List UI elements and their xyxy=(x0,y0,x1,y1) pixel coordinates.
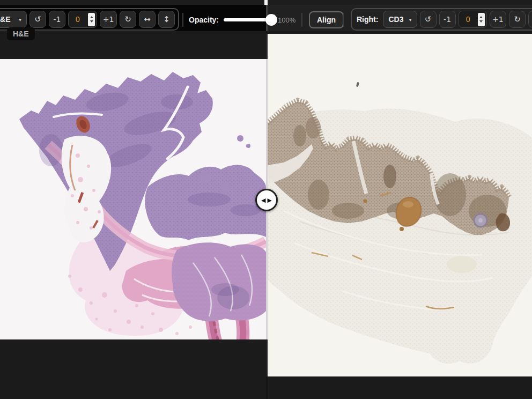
slide-compare-app: H&E xyxy=(0,0,532,399)
spinner-down-icon[interactable] xyxy=(90,20,93,23)
left-stain-select-value: H&E xyxy=(0,15,11,24)
right-rotation-input[interactable] xyxy=(461,15,476,24)
left-flip-vertical-button[interactable]: ↕ xyxy=(158,11,175,28)
divider-drag-handle[interactable]: ◀ ▶ xyxy=(255,189,278,211)
left-viewer-panel[interactable]: H&E xyxy=(0,0,266,399)
toolbar-separator xyxy=(182,13,183,27)
right-group-label: Right: xyxy=(357,15,378,24)
toolbar-separator xyxy=(301,13,302,27)
left-flip-horizontal-button[interactable]: ↔ xyxy=(139,11,156,28)
left-nudge-plus-button[interactable]: +1 xyxy=(100,11,117,28)
left-rotation-spinner[interactable] xyxy=(88,13,95,26)
right-control-group: Right: CD3 ▾ ↺ -1 +1 ↻ xyxy=(351,8,532,31)
top-strip-divider-mark xyxy=(264,0,268,5)
toolbar: H&E ▾ ↺ -1 +1 ↻ ↔ ↕ Opacity: 100% Align xyxy=(0,0,532,31)
right-rotation-spinner[interactable] xyxy=(478,13,485,26)
chevron-down-icon: ▾ xyxy=(19,17,21,23)
left-rotation-input[interactable] xyxy=(70,15,85,24)
chevron-down-icon: ▾ xyxy=(409,17,412,23)
right-rotate-ccw-button[interactable]: ↺ xyxy=(420,11,437,28)
right-stain-select-value: CD3 xyxy=(388,15,403,24)
right-rotate-cw-button[interactable]: ↻ xyxy=(509,11,526,28)
align-button[interactable]: Align xyxy=(309,11,344,28)
left-stain-select[interactable]: H&E ▾ xyxy=(0,11,27,28)
cd3-slide-image[interactable] xyxy=(268,34,532,376)
left-arrow-icon: ◀ xyxy=(261,197,265,203)
opacity-label: Opacity: xyxy=(189,16,219,24)
left-stain-badge: H&E xyxy=(7,27,35,40)
right-nudge-plus-button[interactable]: +1 xyxy=(490,11,506,28)
panel-divider[interactable] xyxy=(266,31,268,399)
spinner-up-icon[interactable] xyxy=(479,16,483,18)
right-stain-select[interactable]: CD3 ▾ xyxy=(383,11,417,28)
left-rotate-ccw-button[interactable]: ↺ xyxy=(29,11,46,28)
right-rotation-input-wrap xyxy=(459,11,487,28)
left-nudge-minus-button[interactable]: -1 xyxy=(49,11,65,28)
opacity-value: 100% xyxy=(278,16,295,24)
spinner-down-icon[interactable] xyxy=(479,20,483,23)
toolbar-separator xyxy=(343,13,344,27)
left-rotate-cw-button[interactable]: ↻ xyxy=(120,11,136,28)
opacity-slider-thumb[interactable] xyxy=(265,14,277,26)
right-arrow-icon: ▶ xyxy=(268,197,272,203)
left-rotation-input-wrap xyxy=(68,11,97,28)
right-flip-horizontal-button[interactable] xyxy=(528,11,532,28)
he-slide-image[interactable] xyxy=(0,59,266,339)
right-viewer-panel[interactable]: CD3 xyxy=(268,0,532,399)
right-nudge-minus-button[interactable]: -1 xyxy=(439,11,456,28)
spinner-up-icon[interactable] xyxy=(90,16,93,18)
